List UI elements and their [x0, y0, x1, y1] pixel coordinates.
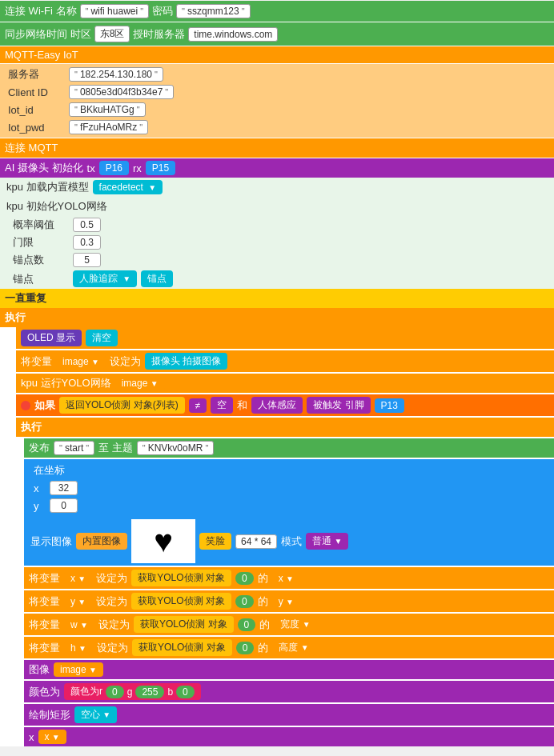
get-yolo-y-prop-label: 的 [258, 594, 268, 609]
oled-row: OLED 显示 清空 [16, 327, 554, 349]
get-yolo-w-chip[interactable]: 获取YOLO侦测 对象 [134, 616, 234, 633]
style-chip[interactable]: 普通 ▼ [306, 533, 348, 550]
color-row: 颜色为 颜色为r 0 g 255 b 0 [24, 681, 554, 702]
image-set-label: 图像 [29, 662, 50, 677]
color-b-val[interactable]: 0 [176, 686, 195, 698]
var-x-chip[interactable]: x ▼ [64, 571, 92, 586]
mqtt-clientid-row: Client ID " 0805e3d04f3b34e7 " [0, 83, 554, 101]
camera-label: 摄像头 拍摄图像 [151, 355, 221, 366]
get-yolo-x-chip[interactable]: 获取YOLO侦测 对象 [131, 570, 231, 586]
x-last-var-chip[interactable]: x ▼ [38, 730, 66, 744]
color-r-val[interactable]: 0 [106, 686, 124, 698]
get-yolo-x-idx[interactable]: 0 [235, 572, 254, 585]
clear-chip[interactable]: 清空 [86, 330, 118, 346]
gate-value[interactable]: 0.3 [73, 235, 101, 250]
coord-x-label: x [34, 482, 46, 494]
anchor-btn-chip[interactable]: 锚点 [141, 270, 173, 287]
heart-icon: ♥ [154, 523, 173, 559]
face-chip[interactable]: 笑脸 [199, 533, 231, 550]
face-size-field[interactable]: 64 * 64 [235, 534, 277, 549]
style-label: 模式 [281, 534, 302, 549]
rx-pin-chip[interactable]: P15 [146, 161, 175, 175]
get-yolo-y-prop[interactable]: y ▼ [272, 594, 300, 609]
timezone-field[interactable]: 东8区 [94, 26, 130, 42]
anchor-val-chip[interactable]: 人脸追踪 ▼ [73, 270, 137, 287]
threshold-value[interactable]: 0.5 [73, 218, 101, 232]
get-yolo-y-chip[interactable]: 获取YOLO侦测 对象 [131, 593, 231, 610]
draw-rect-shape-chip[interactable]: 空心 ▼ [74, 706, 117, 723]
mqtt-iotpwd-field[interactable]: " fFzuHAoMRz " [69, 120, 148, 134]
camera-chip[interactable]: 摄像头 拍摄图像 [145, 353, 227, 370]
get-yolo-x-prop-label: 的 [258, 571, 268, 586]
kpu-model-label: kpu 加载内置模型 [6, 180, 89, 194]
var-h-prefix: 将变量 [29, 641, 60, 655]
wifi-ssid-field[interactable]: " wifi huawei " [80, 4, 150, 18]
coord-x-field[interactable]: 32 [50, 481, 78, 495]
get-yolo-h-prop[interactable]: 高度 ▼ [272, 639, 315, 656]
publish-topic-value: KNVkv0oMR [148, 442, 203, 454]
red-dot-icon [21, 401, 30, 410]
draw-rect-shape-value: 空心 [81, 709, 100, 720]
color-rgb-chip[interactable]: 颜色为r 0 g 255 b 0 [64, 683, 201, 700]
mqtt-iotid-row: Iot_id " BKkuHATGg " [0, 101, 554, 118]
get-yolo-w-prop[interactable]: 宽度 ▼ [274, 616, 316, 633]
image-set-var-chip[interactable]: image ▼ [54, 662, 103, 677]
get-yolo-x-prop[interactable]: x ▼ [272, 571, 300, 586]
var-w-prefix: 将变量 [29, 618, 60, 632]
draw-rect-label: 绘制矩形 [29, 708, 70, 722]
wifi-pwd-field[interactable]: " sszqmm123 " [176, 4, 251, 18]
publish-topic-field[interactable]: " KNVkv0oMR " [137, 441, 215, 455]
coord-y-field[interactable]: 0 [50, 498, 78, 513]
get-yolo-w-prop-value: 宽度 [280, 618, 299, 630]
mqtt-iotpwd-row: Iot_pwd " fFzuHAoMRz " [0, 118, 554, 136]
pin-chip[interactable]: P13 [375, 398, 404, 413]
mqtt-header: MQTT-Easy IoT [0, 46, 554, 63]
coord-x-row: x 32 [30, 479, 548, 497]
oled-chip[interactable]: OLED 显示 [21, 330, 82, 346]
gate-label: 门限 [13, 235, 69, 250]
return-yolo-chip[interactable]: 返回YOLO侦测 对象(列表) [59, 397, 185, 414]
get-yolo-h-idx[interactable]: 0 [236, 642, 255, 654]
publish-row: 发布 " start " 至 主题 " KNVkv0oMR " [24, 438, 554, 458]
ssid-quote-r: " [140, 6, 143, 16]
neq-value: ≠ [195, 400, 201, 411]
kpu-model-row: kpu 加载内置模型 facedetect ▼ [0, 178, 554, 197]
coord-y-value: 0 [61, 500, 66, 511]
get-yolo-y-idx[interactable]: 0 [235, 595, 254, 608]
rx-pin-value: P15 [152, 162, 169, 174]
var-y-chip[interactable]: y ▼ [64, 594, 92, 609]
publish-start-field[interactable]: " start " [54, 441, 94, 455]
main-container: 连接 Wi-Fi 名称 " wifi huawei " 密码 " sszqmm1… [0, 1, 554, 746]
mqtt-iotid-field[interactable]: " BKkuHATGg " [69, 102, 146, 117]
color-g-val[interactable]: 255 [135, 686, 164, 698]
mqtt-server-field[interactable]: " 182.254.130.180 " [69, 67, 163, 82]
coord-block: 在坐标 x 32 y 0 [24, 459, 554, 517]
var-h-chip[interactable]: h ▼ [64, 641, 93, 655]
kpu-init-row: kpu 初始化YOLO网络 [0, 197, 554, 216]
empty-chip[interactable]: 空 [211, 397, 233, 414]
var-h-value: h [70, 642, 76, 654]
get-yolo-w-idx[interactable]: 0 [238, 618, 256, 631]
loop-section: 一直重复 [0, 289, 554, 308]
threshold-row: 概率阈值 0.5 [0, 216, 554, 234]
tx-pin-chip[interactable]: P16 [99, 161, 129, 175]
get-yolo-h-prop-value: 高度 [279, 642, 298, 653]
timeserver-field[interactable]: time.windows.com [188, 27, 278, 42]
sensor-chip[interactable]: 人体感应 [251, 397, 303, 414]
timeserver-value: time.windows.com [194, 29, 272, 40]
anchor-count-value[interactable]: 5 [73, 253, 101, 267]
var-w-row: 将变量 w ▼ 设定为 获取YOLO侦测 对象 0 的 宽度 ▼ [24, 614, 554, 635]
style-value: 普通 [312, 535, 331, 546]
mqtt-clientid-field[interactable]: " 0805e3d04f3b34e7 " [69, 85, 174, 99]
kpu-image-chip[interactable]: image ▼ [115, 376, 165, 390]
get-yolo-h-chip[interactable]: 获取YOLO侦测 对象 [132, 639, 232, 656]
kpu-model-chip[interactable]: facedetect ▼ [93, 180, 163, 194]
mqtt-server-label: 服务器 [8, 67, 64, 82]
neq-chip[interactable]: ≠ [189, 398, 207, 413]
execute-label: 执行 [5, 310, 26, 325]
inner-image-chip[interactable]: 内置图像 [76, 533, 127, 550]
display-image-label: 显示图像 [30, 534, 72, 549]
image-var-chip[interactable]: image ▼ [56, 354, 106, 369]
var-w-chip[interactable]: w ▼ [64, 618, 94, 632]
trigger-chip[interactable]: 被触发 引脚 [307, 397, 370, 414]
